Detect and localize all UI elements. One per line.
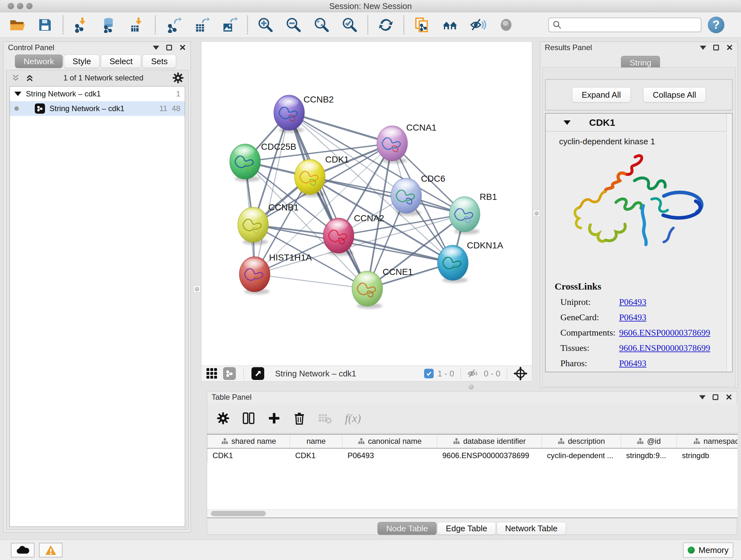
export-table-icon — [193, 17, 209, 33]
network-canvas[interactable]: CCNB2CCNA1CDC25BCDK1CDC6RB1CCNB1CCNA2CDK… — [201, 42, 532, 366]
import-database-button[interactable] — [100, 16, 118, 34]
selected-nodes-checkbox[interactable] — [424, 369, 434, 378]
network-node-CCNA2[interactable]: CCNA2 — [323, 213, 384, 256]
hidden-items-icon[interactable] — [467, 368, 480, 379]
right-splitter-handle[interactable] — [533, 210, 540, 217]
search-input[interactable] — [564, 20, 697, 29]
export-image-button[interactable] — [221, 16, 238, 34]
float-panel-icon[interactable] — [166, 45, 172, 51]
expand-all-button[interactable]: Expand All — [572, 87, 631, 103]
network-node-CDC6[interactable]: CDC6 — [391, 174, 445, 216]
tab-network-table[interactable]: Network Table — [496, 522, 566, 535]
network-node-CCNB2[interactable]: CCNB2 — [274, 95, 334, 133]
table-cell: CDK1 — [207, 451, 290, 460]
tab-edge-table[interactable]: Edge Table — [437, 522, 496, 535]
tab-select[interactable]: Select — [101, 55, 141, 68]
birds-eye-view-icon[interactable] — [252, 367, 264, 380]
table-panel-header: Table Panel ✕ — [207, 391, 737, 403]
string-network-graph[interactable]: CCNB2CCNA1CDC25BCDK1CDC6RB1CCNB1CCNA2CDK… — [201, 42, 532, 365]
hide-selected-button[interactable] — [469, 16, 487, 34]
tab-node-table[interactable]: Node Table — [378, 522, 436, 535]
tab-network[interactable]: Network — [15, 55, 63, 68]
network-node-CCNE1[interactable]: CCNE1 — [352, 267, 413, 309]
network-node-RB1[interactable]: RB1 — [449, 192, 497, 234]
memory-button[interactable]: Memory — [683, 543, 733, 558]
section-caret-icon[interactable] — [563, 120, 570, 125]
crosslink-link[interactable]: P06493 — [619, 358, 647, 368]
network-node-CDK1[interactable]: CDK1 — [294, 154, 349, 197]
node-label: CCNA2 — [354, 213, 384, 223]
grid-view-icon[interactable] — [206, 368, 218, 380]
show-all-button[interactable] — [497, 16, 515, 34]
help-button[interactable]: ? — [708, 17, 724, 33]
column-header-canonical-name[interactable]: canonical name — [342, 435, 437, 448]
table-settings-gear-icon[interactable] — [217, 412, 229, 425]
network-node-CCNB1[interactable]: CCNB1 — [238, 202, 299, 245]
share-view-icon[interactable] — [223, 367, 236, 380]
column-header-namespace[interactable]: namespace — [677, 435, 738, 448]
crosslink-link[interactable]: P06493 — [619, 297, 647, 307]
home-view-button[interactable] — [441, 16, 459, 34]
clone-network-button[interactable] — [413, 16, 430, 34]
cloud-icon — [16, 545, 30, 555]
collapse-all-button[interactable]: Collapse All — [643, 87, 706, 103]
pan-crosshair-icon[interactable] — [514, 367, 528, 381]
table-row[interactable]: CDK1CDK1P064939606.ENSP00000378699cyclin… — [207, 449, 738, 462]
column-header-database-identifier[interactable]: database identifier — [437, 435, 542, 448]
delete-column-icon[interactable] — [293, 412, 306, 425]
column-label: canonical name — [368, 437, 421, 446]
table-hscroll-thumb[interactable] — [211, 511, 266, 516]
table-hscrollbar — [207, 509, 738, 517]
network-row-selected[interactable]: String Network – cdk1 11 48 — [10, 101, 185, 116]
results-scrollbar[interactable] — [726, 114, 732, 372]
horizontal-splitter-handle[interactable] — [468, 384, 474, 389]
tab-style[interactable]: Style — [64, 55, 99, 68]
import-table-button[interactable] — [129, 16, 146, 34]
close-panel-icon[interactable]: ✕ — [725, 393, 732, 401]
panel-menu-icon[interactable] — [699, 395, 705, 399]
close-panel-icon[interactable]: ✕ — [726, 44, 733, 52]
collection-caret-icon[interactable] — [14, 91, 21, 96]
gear-icon[interactable] — [172, 72, 184, 84]
float-panel-icon[interactable] — [713, 394, 718, 400]
zoom-out-button[interactable] — [285, 16, 302, 34]
column-header-description[interactable]: description — [542, 435, 621, 448]
shared-column-icon — [636, 438, 644, 445]
zoom-fit-button[interactable] — [313, 16, 330, 34]
network-node-HIST1H1A[interactable]: HIST1H1A — [239, 253, 312, 294]
left-splitter-handle[interactable] — [193, 286, 200, 293]
save-session-button[interactable] — [37, 16, 54, 34]
table-cell: P06493 — [342, 451, 437, 460]
network-node-CDKN1A[interactable]: CDKN1A — [437, 240, 503, 283]
network-tab-pane: 1 of 1 Network selected String Network –… — [6, 70, 189, 530]
export-network-button[interactable] — [165, 16, 182, 34]
refresh-button[interactable] — [377, 16, 394, 34]
table-cell: stringdb:9... — [621, 451, 677, 460]
expand-all-icon[interactable] — [25, 73, 35, 83]
open-session-button[interactable] — [8, 16, 25, 34]
column-header-@id[interactable]: @id — [621, 435, 677, 448]
import-network-button[interactable] — [72, 16, 90, 34]
export-table-button[interactable] — [193, 16, 210, 34]
column-header-name[interactable]: name — [290, 435, 342, 448]
eye-slash-icon — [470, 17, 486, 33]
close-panel-icon[interactable]: ✕ — [179, 44, 186, 52]
zoom-in-button[interactable] — [257, 16, 274, 34]
crosslink-link[interactable]: 9606.ENSP00000378699 — [619, 327, 710, 338]
show-columns-icon[interactable] — [242, 412, 255, 425]
float-panel-icon[interactable] — [713, 45, 719, 51]
zoom-selected-button[interactable] — [341, 16, 358, 34]
network-collection-row[interactable]: String Network – cdk1 1 — [10, 86, 185, 101]
panel-menu-icon[interactable] — [700, 46, 706, 50]
protein-section-header[interactable]: CDK1 — [546, 114, 732, 132]
crosslink-link[interactable]: P06493 — [619, 312, 647, 322]
warning-status-button[interactable] — [39, 543, 63, 557]
column-header-shared-name[interactable]: shared name — [207, 435, 290, 448]
panel-menu-icon[interactable] — [153, 46, 159, 50]
cloud-status-button[interactable] — [11, 543, 35, 557]
collapse-all-icon[interactable] — [11, 73, 20, 83]
crosslink-link[interactable]: 9606.ENSP00000378699 — [619, 343, 710, 353]
add-column-icon[interactable] — [268, 412, 280, 425]
tab-sets[interactable]: Sets — [142, 55, 176, 68]
export-network-icon — [165, 17, 181, 33]
